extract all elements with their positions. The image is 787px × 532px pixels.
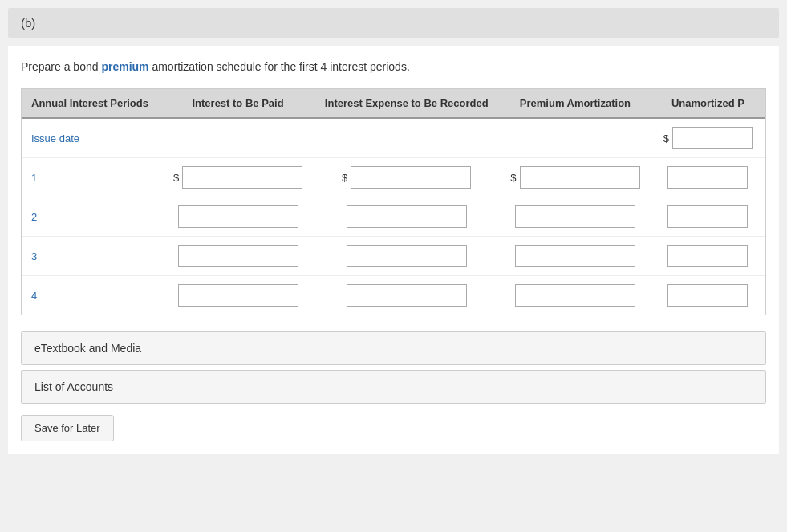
list-accounts-button[interactable]: List of Accounts (21, 370, 766, 404)
period-1-interest-paid: $ (163, 158, 314, 197)
input-p4-interest-expense[interactable] (347, 284, 467, 307)
input-issue-unamortized[interactable] (672, 127, 753, 149)
col-header-unamortized: Unamortized P (651, 89, 765, 118)
input-p1-premium-amort[interactable] (520, 166, 640, 189)
period-2-unamortized (651, 197, 765, 237)
input-p4-unamortized[interactable] (667, 284, 748, 307)
table-row-period-3: 3 (22, 237, 765, 276)
col-header-periods: Annual Interest Periods (22, 89, 163, 118)
accordion-buttons: eTextbook and Media List of Accounts (21, 331, 766, 404)
etextbook-button[interactable]: eTextbook and Media (21, 331, 766, 365)
table-row-issue-date: Issue date $ (22, 118, 765, 158)
issue-date-col3 (313, 118, 500, 158)
period-4-unamortized (651, 276, 765, 315)
period-3-unamortized (651, 237, 765, 276)
period-2-label: 2 (22, 197, 163, 237)
input-p1-unamortized[interactable] (667, 166, 748, 189)
input-p2-premium-amort[interactable] (515, 205, 635, 228)
input-p1-interest-paid[interactable] (182, 166, 302, 189)
period-4-premium-amort (500, 276, 651, 315)
period-1-premium-amort: $ (500, 158, 651, 197)
table-row-period-1: 1 $ $ (22, 158, 765, 197)
period-1-interest-expense: $ (313, 158, 500, 197)
period-1-label: 1 (22, 158, 163, 197)
col-header-premium-amort: Premium Amortization (500, 89, 651, 118)
input-p2-unamortized[interactable] (667, 205, 748, 228)
input-p4-interest-paid[interactable] (178, 284, 298, 307)
issue-date-col4 (500, 118, 651, 158)
period-3-premium-amort (500, 237, 651, 276)
dollar-sign-p1-paid: $ (173, 172, 179, 184)
issue-date-col5: $ (651, 118, 765, 158)
input-p1-interest-expense[interactable] (351, 166, 471, 189)
period-3-interest-paid (163, 237, 314, 276)
period-2-premium-amort (500, 197, 651, 237)
period-3-label: 3 (22, 237, 163, 276)
instruction-text: Prepare a bond premium amortization sche… (21, 59, 766, 75)
input-p4-premium-amort[interactable] (515, 284, 635, 307)
period-4-interest-paid (163, 276, 314, 315)
period-4-label: 4 (22, 276, 163, 315)
period-2-interest-paid (163, 197, 314, 237)
period-4-interest-expense (313, 276, 500, 315)
dollar-sign-p1-expense: $ (342, 172, 347, 184)
period-2-interest-expense (313, 197, 500, 237)
period-3-interest-expense (313, 237, 500, 276)
input-p2-interest-expense[interactable] (347, 205, 467, 228)
table-row-period-4: 4 (22, 276, 765, 315)
input-p3-interest-expense[interactable] (347, 245, 467, 267)
table-row-period-2: 2 (22, 197, 765, 237)
dollar-sign-issue: $ (663, 132, 669, 144)
input-p3-interest-paid[interactable] (178, 245, 298, 267)
input-p3-premium-amort[interactable] (515, 245, 635, 267)
issue-date-label: Issue date (22, 118, 163, 158)
input-p2-interest-paid[interactable] (178, 205, 298, 228)
period-1-unamortized (651, 158, 765, 197)
col-header-interest-expense: Interest Expense to Be Recorded (313, 89, 500, 118)
dollar-sign-p1-amort: $ (510, 172, 516, 184)
input-p3-unamortized[interactable] (667, 245, 748, 267)
section-label: (b) (8, 8, 779, 38)
amortization-table: Annual Interest Periods Interest to Be P… (21, 88, 766, 315)
save-for-later-button[interactable]: Save for Later (21, 415, 114, 441)
col-header-interest-paid: Interest to Be Paid (163, 89, 314, 118)
issue-date-col2 (163, 118, 314, 158)
